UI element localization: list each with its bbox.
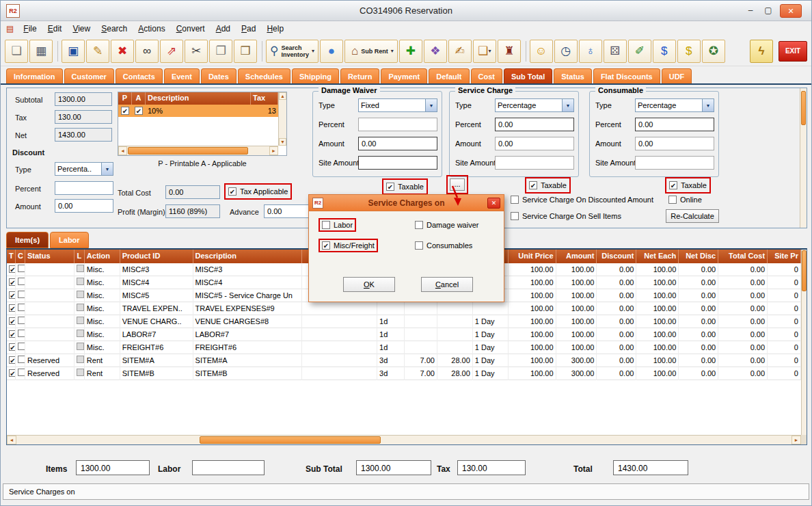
scroll-left-icon[interactable]: ◄ xyxy=(118,146,127,155)
tax-applicable-checkbox[interactable]: ✔ xyxy=(228,187,236,196)
scrollbar-thumb[interactable] xyxy=(802,250,807,291)
consumable-taxable-checkbox[interactable]: ✔ xyxy=(669,181,677,189)
row-c-checkbox[interactable] xyxy=(18,317,25,324)
delete-icon[interactable]: ✖ xyxy=(111,40,134,63)
column-header[interactable]: T xyxy=(7,250,16,263)
column-header[interactable]: Net Disc xyxy=(679,250,718,263)
row-l-box[interactable] xyxy=(77,356,84,363)
lightning-button[interactable]: ϟ xyxy=(750,40,773,63)
tab-sub-total[interactable]: Sub Total xyxy=(504,68,552,83)
recalculate-button[interactable]: Re-Calculate xyxy=(666,209,719,223)
row-c-checkbox[interactable] xyxy=(18,356,25,363)
tab-udf[interactable]: UDF xyxy=(662,68,692,83)
advance-field[interactable]: 0.00 xyxy=(264,204,314,218)
row-c-checkbox[interactable] xyxy=(18,343,25,350)
scroll-right-icon[interactable]: ► xyxy=(791,436,801,444)
discount-type-combo[interactable]: Percenta.. ▼ xyxy=(55,162,113,176)
dialog-checkbox-misc-freight[interactable]: ✔ Misc/Freight xyxy=(320,240,377,251)
scrollbar-thumb[interactable] xyxy=(128,147,248,155)
row-t-checkbox[interactable]: ✔ xyxy=(9,304,16,312)
scroll-right-icon[interactable]: ► xyxy=(269,146,278,155)
checkbox[interactable]: ✔ xyxy=(322,241,330,250)
menu-search[interactable]: Search xyxy=(96,23,133,35)
checkbox[interactable] xyxy=(322,221,330,229)
column-header[interactable]: Description xyxy=(146,92,251,105)
row-c-checkbox[interactable] xyxy=(18,265,25,272)
column-header[interactable]: P xyxy=(118,92,132,105)
maximize-button[interactable]: ▢ xyxy=(759,4,777,18)
smiley-icon[interactable]: ☺ xyxy=(530,40,553,63)
printable-checkbox[interactable]: ✔ xyxy=(121,107,129,115)
column-header[interactable]: Description xyxy=(193,250,303,263)
dialog-checkbox-damage-waiver[interactable]: Damage waiver xyxy=(413,219,481,230)
column-header[interactable]: L xyxy=(75,250,85,263)
chevron-down-icon[interactable]: ▼ xyxy=(101,163,113,175)
table-row[interactable]: ✔ Misc. LABOR#7 LABOR#7 1d 1 Day 100.00 … xyxy=(7,328,801,341)
search-inventory-button[interactable]: ⚲ SearchInventory ▾ xyxy=(266,40,319,63)
add-icon[interactable]: ✚ xyxy=(399,40,422,63)
column-header[interactable]: Amount xyxy=(556,250,597,263)
globe-icon[interactable]: ♁ xyxy=(579,40,602,63)
scroll-down-icon[interactable]: ▼ xyxy=(279,138,286,146)
column-header[interactable]: Discount xyxy=(597,250,636,263)
building-icon[interactable]: ♜ xyxy=(498,40,521,63)
row-t-checkbox[interactable]: ✔ xyxy=(9,265,16,273)
service-charge-percent-field[interactable]: 0.00 xyxy=(495,118,574,131)
discount-amount-field[interactable]: 0.00 xyxy=(55,199,113,213)
tab-customer[interactable]: Customer xyxy=(64,68,114,83)
dollar-icon[interactable]: $ xyxy=(653,40,676,63)
row-l-box[interactable] xyxy=(77,265,84,272)
column-header[interactable]: Net Each xyxy=(636,250,679,263)
tab-status[interactable]: Status xyxy=(554,68,592,83)
sub-rent-button[interactable]: ⌂ Sub Rent ▾ xyxy=(344,40,398,63)
chevron-down-icon[interactable]: ▾ xyxy=(391,48,394,54)
row-l-box[interactable] xyxy=(77,343,84,350)
row-l-box[interactable] xyxy=(77,291,84,298)
tab-event[interactable]: Event xyxy=(164,68,200,83)
tab-default[interactable]: Default xyxy=(429,68,469,83)
group-icon[interactable]: ❖ xyxy=(424,40,447,63)
clock-icon[interactable]: ◷ xyxy=(554,40,578,63)
row-t-checkbox[interactable]: ✔ xyxy=(9,330,16,338)
edit-icon[interactable]: ✎ xyxy=(86,40,109,63)
row-c-checkbox[interactable] xyxy=(18,278,25,285)
menu-convert[interactable]: Convert xyxy=(171,23,211,35)
chevron-down-icon[interactable]: ▼ xyxy=(562,99,573,111)
scrollbar-thumb[interactable] xyxy=(200,436,381,444)
dialog-checkbox-labor[interactable]: Labor xyxy=(320,219,355,230)
boxes-icon[interactable]: ❑▾ xyxy=(473,40,496,63)
tab-information[interactable]: Information xyxy=(6,68,63,83)
row-l-box[interactable] xyxy=(77,278,84,285)
online-checkbox[interactable] xyxy=(668,196,677,204)
table-row[interactable]: ✔ Misc. FREIGHT#6 FREIGHT#6 1d 1 Day 100… xyxy=(7,341,801,354)
find-icon[interactable]: ∞ xyxy=(135,40,159,63)
menu-actions[interactable]: Actions xyxy=(133,23,170,35)
row-t-checkbox[interactable]: ✔ xyxy=(9,369,16,377)
dialog-checkbox-consumables[interactable]: Consumables xyxy=(413,240,474,251)
tab-flat-discounts[interactable]: Flat Discounts xyxy=(593,68,660,83)
damage-waiver-type-combo[interactable]: Fixed ▼ xyxy=(358,98,437,112)
cart-icon[interactable]: ✪ xyxy=(702,40,725,63)
service-charge-type-combo[interactable]: Percentage ▼ xyxy=(495,98,574,112)
tab-shipping[interactable]: Shipping xyxy=(292,68,339,83)
damage-waiver-site-amount-field[interactable] xyxy=(358,156,437,170)
row-t-checkbox[interactable]: ✔ xyxy=(9,317,16,325)
scroll-up-icon[interactable]: ▲ xyxy=(279,92,286,100)
column-header[interactable]: Action xyxy=(85,250,120,263)
copy-icon[interactable]: ❐ xyxy=(209,40,232,63)
menu-file[interactable]: File xyxy=(18,23,42,35)
consumable-percent-field[interactable]: 0.00 xyxy=(635,118,714,131)
new-icon[interactable]: ❏ xyxy=(5,40,28,63)
tab-payment[interactable]: Payment xyxy=(381,68,427,83)
cut-icon[interactable]: ✂ xyxy=(185,40,208,63)
dialog-title-bar[interactable]: R2 Service Charges on ✕ xyxy=(309,195,504,211)
table-row[interactable]: ✔ Reserved Rent SITEM#A SITEM#A 3d 7.00 … xyxy=(7,354,801,367)
tab-items[interactable]: Item(s) xyxy=(6,232,49,248)
scroll-left-icon[interactable]: ◄ xyxy=(7,436,16,444)
chevron-down-icon[interactable]: ▾ xyxy=(312,48,314,54)
table-row[interactable]: ✔ Misc. VENUE CHARG.. VENUE CHARGES#8 1d… xyxy=(7,315,801,328)
editdoc-icon[interactable]: ✐ xyxy=(628,40,651,63)
save-icon[interactable]: ▣ xyxy=(62,40,85,63)
table-row[interactable]: ✔ Misc. TRAVEL EXPEN.. TRAVEL EXPENSES#9… xyxy=(7,302,801,315)
close-button[interactable]: ✕ xyxy=(780,4,802,18)
